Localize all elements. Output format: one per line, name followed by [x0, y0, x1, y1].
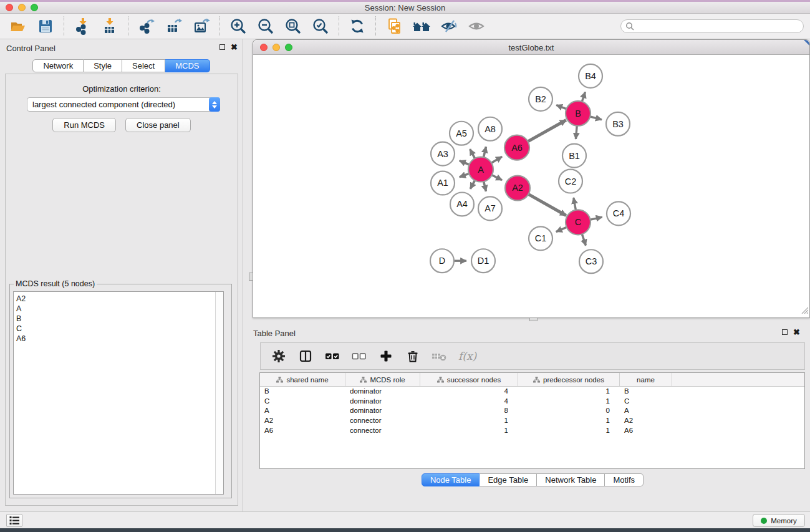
table-tabs: Node TableEdge TableNetwork TableMotifs: [260, 473, 805, 486]
table-cell: A: [260, 406, 345, 416]
table-row[interactable]: A2connector11A2: [260, 416, 804, 426]
table-row[interactable]: Adominator80A: [260, 406, 804, 416]
column-header-successor-nodes[interactable]: successor nodes: [420, 373, 518, 386]
graph-node-label: B1: [569, 151, 580, 161]
column-header-predecessor-nodes[interactable]: predecessor nodes: [518, 373, 620, 386]
network-canvas[interactable]: B4B2BB3A5A8A6A3B1AA1C2A2A4A7C4CC1C3DD1: [254, 56, 809, 317]
mcds-result-list[interactable]: A2ABCA6: [13, 291, 224, 495]
table-cell: A: [620, 406, 672, 416]
tab-network[interactable]: Network: [32, 59, 84, 72]
table-close-icon[interactable]: ✖: [793, 329, 800, 336]
result-item[interactable]: A6: [14, 334, 215, 344]
tab-mcds[interactable]: MCDS: [165, 59, 210, 72]
tab-network-table[interactable]: Network Table: [537, 473, 605, 486]
graph-node-label: C4: [613, 208, 625, 218]
graph-node-label: A: [478, 165, 484, 175]
show-all-icon[interactable]: [467, 17, 486, 36]
select-all-icon[interactable]: [324, 348, 340, 364]
open-session-icon[interactable]: [9, 17, 27, 36]
save-session-icon[interactable]: [36, 17, 55, 36]
new-network-from-selection-icon[interactable]: [385, 17, 403, 36]
table-cell: 1: [518, 387, 620, 397]
network-window-titlebar[interactable]: testGlobe.txt: [253, 40, 809, 55]
graph-edge-C-C4[interactable]: [589, 217, 602, 220]
export-table-icon[interactable]: [165, 17, 183, 36]
table-float-icon[interactable]: [782, 329, 788, 335]
export-network-icon[interactable]: [137, 17, 156, 36]
zoom-in-icon[interactable]: [229, 17, 248, 36]
table-columns-icon[interactable]: [297, 348, 314, 364]
close-panel-icon[interactable]: ✖: [231, 44, 238, 51]
graph-edge-A6-B[interactable]: [527, 120, 566, 142]
zoom-fit-icon[interactable]: [284, 17, 302, 36]
birdseye-toggle-icon[interactable]: [804, 40, 809, 46]
result-item[interactable]: C: [14, 324, 215, 334]
graph-node-label: A8: [485, 124, 496, 134]
table-cell: B: [620, 387, 672, 397]
graph-edge-B-B1[interactable]: [576, 125, 577, 139]
zoom-selected-icon[interactable]: [311, 17, 330, 36]
column-header-shared-name[interactable]: shared name: [260, 373, 345, 386]
float-panel-icon[interactable]: [219, 44, 225, 50]
function-builder-icon: f(x): [458, 350, 476, 362]
graph-node-label: A5: [456, 128, 467, 138]
desktop-strip-bottom: [0, 528, 810, 532]
refresh-layout-icon[interactable]: [348, 17, 367, 36]
search-icon: [625, 22, 634, 33]
canvas-bottom-grip[interactable]: [529, 317, 538, 321]
delete-row-icon[interactable]: [405, 348, 421, 364]
table-settings-icon[interactable]: [271, 348, 287, 364]
tab-motifs[interactable]: Motifs: [605, 473, 644, 486]
hide-selected-icon[interactable]: [440, 17, 458, 36]
app-title: Session: New Session: [0, 3, 810, 12]
import-table-icon[interactable]: [100, 17, 119, 36]
graph-edge-C-C3[interactable]: [582, 233, 586, 245]
window-resize-grip[interactable]: [801, 305, 808, 316]
graph-node-label: A1: [437, 178, 448, 188]
table-row[interactable]: Cdominator41C: [260, 397, 804, 407]
graph-edge-C-C2[interactable]: [574, 198, 576, 211]
table-header[interactable]: shared nameMCDS rolesuccessor nodesprede…: [260, 373, 804, 387]
result-item[interactable]: B: [14, 314, 215, 324]
table-cell: B: [260, 387, 345, 397]
graph-edge-B-B3[interactable]: [589, 116, 602, 119]
result-item[interactable]: A2: [14, 294, 215, 304]
result-scrollbar[interactable]: [215, 292, 223, 494]
search-input[interactable]: [620, 19, 804, 33]
column-header-name[interactable]: name: [620, 373, 672, 386]
import-network-icon[interactable]: [73, 17, 92, 36]
table-row[interactable]: A6connector11A6: [260, 426, 804, 436]
optimization-criterion-label: Optimization criterion:: [6, 84, 238, 94]
graph-node-label: D1: [478, 256, 489, 266]
canvas-left-grip[interactable]: [249, 273, 253, 281]
column-header-mcds-role[interactable]: MCDS role: [345, 373, 420, 386]
table-cell: dominator: [345, 387, 420, 397]
table-row[interactable]: Bdominator41B: [260, 387, 804, 397]
memory-label: Memory: [771, 517, 797, 525]
graph-edge-A2-C[interactable]: [528, 193, 566, 215]
result-item[interactable]: A: [14, 304, 215, 314]
graph-edge-A-A6[interactable]: [490, 157, 502, 163]
app-titlebar: Session: New Session: [0, 2, 810, 14]
close-panel-button[interactable]: Close panel: [125, 118, 191, 132]
tab-node-table[interactable]: Node Table: [422, 473, 480, 486]
table-cell: A6: [260, 426, 345, 436]
table-cell: 8: [420, 406, 518, 416]
add-row-icon[interactable]: [378, 348, 394, 364]
node-table[interactable]: shared nameMCDS rolesuccessor nodesprede…: [259, 372, 805, 469]
deselect-all-icon[interactable]: [351, 348, 367, 364]
control-panel-title: Control Panel: [6, 44, 55, 53]
export-image-icon[interactable]: [192, 17, 211, 36]
tab-style[interactable]: Style: [84, 59, 122, 72]
tab-select[interactable]: Select: [122, 59, 165, 72]
run-mcds-button[interactable]: Run MCDS: [52, 118, 116, 132]
graph-node-label: D: [439, 256, 445, 266]
criterion-value: largest connected component (directed): [32, 100, 175, 109]
zoom-out-icon[interactable]: [256, 17, 275, 36]
tab-edge-table[interactable]: Edge Table: [480, 473, 537, 486]
criterion-select[interactable]: largest connected component (directed): [27, 97, 220, 112]
table-body[interactable]: Bdominator41BCdominator41CAdominator80AA…: [260, 387, 804, 468]
memory-button[interactable]: Memory: [753, 514, 805, 527]
task-history-button[interactable]: [6, 514, 22, 527]
first-neighbors-icon[interactable]: [412, 17, 431, 36]
